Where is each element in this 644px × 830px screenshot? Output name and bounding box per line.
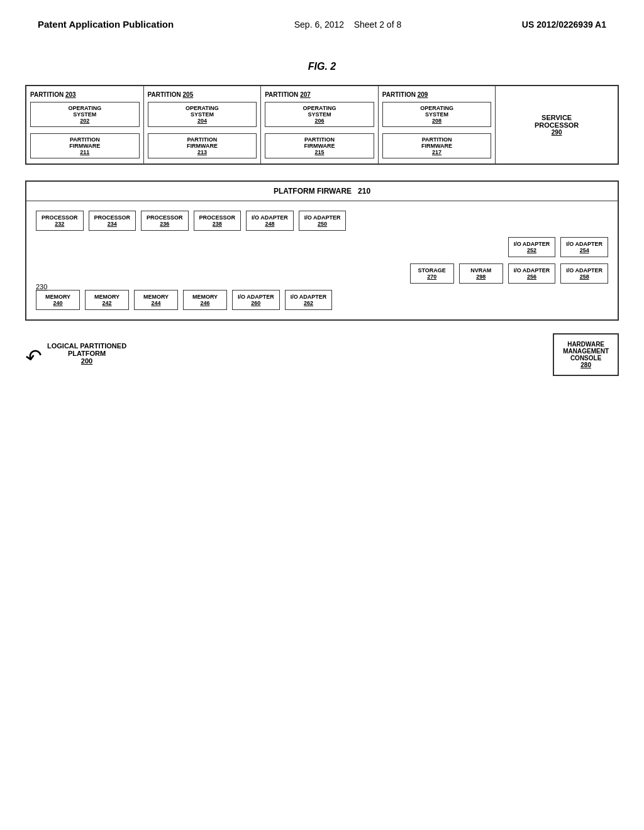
partition-203-label: PARTITION 203	[30, 91, 140, 98]
partition-203: PARTITION 203 OPERATINGSYSTEM202 PARTITI…	[26, 86, 144, 163]
partition-207-label: PARTITION 207	[265, 91, 374, 98]
fw-215: PARTITIONFIRMWARE215	[265, 133, 374, 158]
main-content: PARTITION 203 OPERATINGSYSTEM202 PARTITI…	[0, 85, 644, 376]
bottom-section: ↷ LOGICAL PARTITIONEDPLATFORM 200 HARDWA…	[25, 333, 619, 376]
partition-209: PARTITION 209 OPERATINGSYSTEM208 PARTITI…	[379, 86, 496, 163]
os-202: OPERATINGSYSTEM202	[30, 102, 140, 127]
fw-211: PARTITIONFIRMWARE211	[30, 133, 140, 158]
memory-240: MEMORY240	[36, 290, 80, 310]
fw-213: PARTITIONFIRMWARE213	[148, 133, 257, 158]
io-adapter-248: I/O ADAPTER248	[246, 211, 294, 231]
partition-207: PARTITION 207 OPERATINGSYSTEM206 PARTITI…	[261, 86, 379, 163]
platform-diagram: PLATFORM FIRWARE 210 PROCESSOR232 PROCES…	[25, 180, 619, 321]
logical-platform-text: LOGICAL PARTITIONEDPLATFORM	[47, 342, 126, 357]
io-adapter-258: I/O ADAPTER258	[560, 263, 608, 284]
os-204: OPERATINGSYSTEM204	[148, 102, 257, 127]
os-206: OPERATINGSYSTEM206	[265, 102, 374, 127]
row-storage-nvram-io: STORAGE270 NVRAM298 I/O ADAPTER256 I/O A…	[36, 263, 608, 284]
logical-platform-ref: 200	[47, 357, 126, 365]
memory-244: MEMORY244	[134, 290, 178, 310]
service-processor-ref: 290	[535, 129, 579, 136]
page-header: Patent Application Publication Sep. 6, 2…	[0, 0, 644, 36]
row-processors-io: PROCESSOR232 PROCESSOR234 PROCESSOR236 P…	[36, 211, 608, 231]
hw-console-ref: 280	[563, 362, 609, 368]
header-date-sheet: Sep. 6, 2012 Sheet 2 of 8	[294, 19, 401, 30]
processor-236: PROCESSOR236	[141, 211, 189, 231]
io-adapter-256: I/O ADAPTER256	[508, 263, 556, 284]
figure-title: FIG. 2	[0, 61, 644, 72]
memory-242: MEMORY242	[85, 290, 129, 310]
hw-console-label: HARDWAREMANAGEMENTCONSOLE	[563, 341, 609, 362]
partition-209-label: PARTITION 209	[382, 91, 492, 98]
storage-270: STORAGE270	[410, 263, 454, 284]
hw-console-box: HARDWAREMANAGEMENTCONSOLE 280	[553, 333, 619, 376]
platform-title: PLATFORM FIRWARE 210	[26, 182, 618, 201]
row-io-252-254: I/O ADAPTER252 I/O ADAPTER254	[36, 237, 608, 257]
fw-217: PARTITIONFIRMWARE217	[382, 133, 492, 158]
io-adapter-260: I/O ADAPTER260	[232, 290, 280, 310]
io-adapter-254: I/O ADAPTER254	[560, 237, 608, 257]
service-processor-label: SERVICEPROCESSOR	[535, 114, 579, 129]
service-processor: SERVICEPROCESSOR 290	[496, 86, 618, 163]
logical-platform-section: ↷ LOGICAL PARTITIONEDPLATFORM 200	[25, 342, 126, 367]
header-patent-num: US 2012/0226939 A1	[522, 19, 606, 30]
io-adapter-252: I/O ADAPTER252	[508, 237, 556, 257]
header-publication: Patent Application Publication	[38, 19, 174, 30]
processor-232: PROCESSOR232	[36, 211, 84, 231]
os-208: OPERATINGSYSTEM208	[382, 102, 492, 127]
nvram-298: NVRAM298	[459, 263, 503, 284]
partition-205-label: PARTITION 205	[148, 91, 257, 98]
processor-234: PROCESSOR234	[89, 211, 136, 231]
processor-238: PROCESSOR238	[194, 211, 242, 231]
io-adapter-250: I/O ADAPTER250	[299, 211, 347, 231]
row-memory-io: MEMORY240 MEMORY242 MEMORY244 MEMORY246 …	[36, 290, 608, 310]
partitions-diagram: PARTITION 203 OPERATINGSYSTEM202 PARTITI…	[25, 85, 619, 165]
partition-205: PARTITION 205 OPERATINGSYSTEM204 PARTITI…	[144, 86, 262, 163]
platform-inner: PROCESSOR232 PROCESSOR234 PROCESSOR236 P…	[26, 201, 618, 319]
label-230: 230	[36, 283, 47, 290]
io-adapter-262: I/O ADAPTER262	[285, 290, 333, 310]
logical-platform-label: LOGICAL PARTITIONEDPLATFORM 200	[47, 342, 126, 365]
arrow-icon: ↷	[23, 346, 43, 368]
memory-246: MEMORY246	[183, 290, 227, 310]
